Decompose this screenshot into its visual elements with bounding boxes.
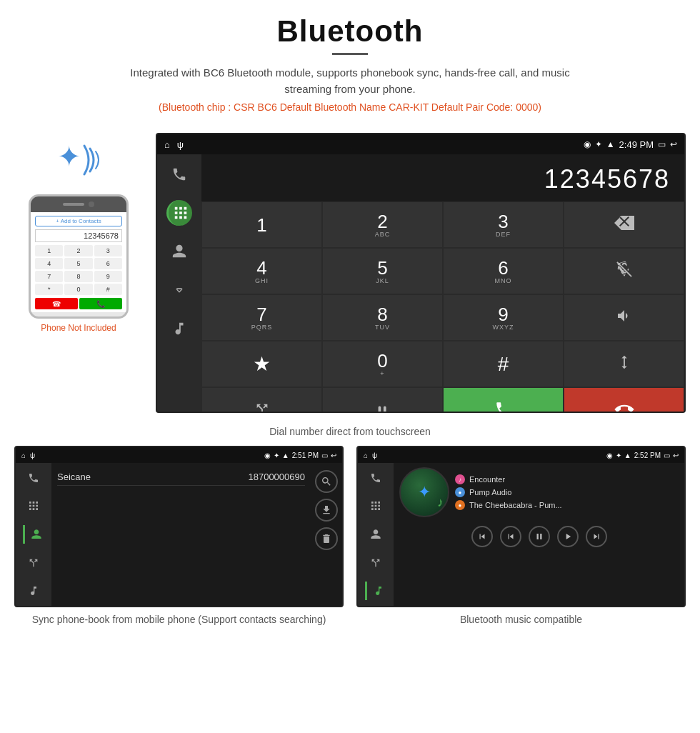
key-3[interactable]: 3 DEF bbox=[443, 201, 564, 248]
pb-main: Seicane 18700000690 bbox=[51, 463, 311, 606]
pb-signal-icon: ▲ bbox=[282, 452, 289, 459]
key-merge[interactable] bbox=[201, 387, 322, 413]
bluetooth-symbol-icon: ✦ bbox=[57, 140, 81, 173]
key-7[interactable]: 7 PQRS bbox=[201, 294, 322, 341]
contact-name: Seicane bbox=[57, 472, 91, 482]
phone-key-0[interactable]: 0 bbox=[64, 284, 92, 295]
phone-key-7[interactable]: 7 bbox=[35, 271, 63, 282]
key-volume[interactable] bbox=[564, 294, 684, 341]
sidebar-phone-icon[interactable] bbox=[166, 161, 192, 187]
phone-key-9[interactable]: 9 bbox=[94, 271, 122, 282]
key-hash[interactable]: # bbox=[443, 341, 564, 387]
delete-button[interactable] bbox=[315, 527, 338, 550]
ms-status-left: ⌂ ψ bbox=[364, 452, 377, 459]
ms-sidebar-contacts[interactable] bbox=[365, 525, 386, 544]
key-star[interactable]: ★ bbox=[201, 341, 322, 387]
phonebook-item: ⌂ ψ ◉ ✦ ▲ 2:51 PM ▭ ↩ bbox=[14, 446, 344, 627]
phone-call-button[interactable]: 📞 bbox=[79, 298, 122, 309]
key-4[interactable]: 4 GHI bbox=[201, 248, 322, 294]
home-icon[interactable]: ⌂ bbox=[164, 139, 170, 150]
key-backspace[interactable] bbox=[564, 201, 684, 248]
key-6[interactable]: 6 MNO bbox=[443, 248, 564, 294]
phone-key-hash[interactable]: # bbox=[94, 284, 122, 295]
music-screen: ⌂ ψ ◉ ✦ ▲ 2:52 PM ▭ ↩ bbox=[356, 446, 686, 607]
music-controls bbox=[399, 522, 679, 549]
pb-sidebar-music[interactable] bbox=[23, 582, 44, 600]
phone-end-button[interactable]: ☎ bbox=[35, 298, 78, 309]
pb-back-icon[interactable]: ↩ bbox=[331, 452, 336, 459]
pause-button[interactable] bbox=[529, 526, 550, 547]
pb-sidebar bbox=[16, 463, 51, 606]
phone-key-star[interactable]: * bbox=[35, 284, 63, 295]
track-1[interactable]: ♪ Encounter bbox=[455, 474, 679, 484]
battery-icon: ▭ bbox=[658, 139, 666, 149]
track-2[interactable]: ● Pump Audio bbox=[455, 487, 679, 497]
phone-key-5[interactable]: 5 bbox=[64, 258, 92, 269]
key-sort[interactable] bbox=[564, 341, 684, 387]
next-track-button[interactable] bbox=[586, 526, 607, 547]
ms-sidebar-keypad[interactable] bbox=[365, 497, 386, 516]
contacts-list-empty bbox=[57, 486, 305, 600]
pb-sidebar-keypad[interactable] bbox=[23, 497, 44, 516]
download-button[interactable] bbox=[315, 499, 338, 522]
key-0[interactable]: 0 + bbox=[322, 341, 443, 387]
track-name-3: The Cheebacabra - Pum... bbox=[469, 501, 562, 509]
key-9[interactable]: 9 WXYZ bbox=[443, 294, 564, 341]
ms-usb-icon: ψ bbox=[372, 452, 377, 459]
phone-key-8[interactable]: 8 bbox=[64, 271, 92, 282]
pb-bt-icon: ✦ bbox=[274, 452, 279, 459]
ms-home-icon[interactable]: ⌂ bbox=[364, 452, 368, 459]
pb-status-right: ◉ ✦ ▲ 2:51 PM ▭ ↩ bbox=[264, 452, 336, 459]
status-bar-right: ◉ ✦ ▲ 2:49 PM ▭ ↩ bbox=[584, 139, 677, 150]
music-disc: ✦ ♪ bbox=[399, 467, 449, 517]
phone-speaker bbox=[63, 203, 84, 206]
sidebar-music-icon[interactable] bbox=[166, 316, 192, 341]
pb-sidebar-transfer[interactable] bbox=[23, 554, 44, 572]
phone-key-1[interactable]: 1 bbox=[35, 245, 63, 256]
phone-number-display: 12345678 bbox=[35, 229, 122, 242]
sidebar-contacts-icon[interactable] bbox=[166, 239, 192, 264]
key-1[interactable]: 1 bbox=[201, 201, 322, 248]
phone-key-2[interactable]: 2 bbox=[64, 245, 92, 256]
phone-container: ✦ + Add to Contacts 12345678 1 2 bbox=[14, 133, 143, 333]
pb-time: 2:51 PM bbox=[292, 452, 319, 459]
pb-dialer-body: Seicane 18700000690 bbox=[16, 463, 342, 606]
phonebook-screen: ⌂ ψ ◉ ✦ ▲ 2:51 PM ▭ ↩ bbox=[14, 446, 344, 607]
play-button[interactable] bbox=[557, 526, 579, 547]
prev-track-button[interactable] bbox=[471, 526, 493, 547]
ms-sidebar-transfer[interactable] bbox=[365, 554, 386, 572]
key-mute[interactable] bbox=[564, 248, 684, 294]
key-8[interactable]: 8 TUV bbox=[322, 294, 443, 341]
ms-sidebar-music[interactable] bbox=[365, 582, 386, 600]
phone-key-4[interactable]: 4 bbox=[35, 258, 63, 269]
dial-caption: Dial number direct from touchscreen bbox=[0, 420, 700, 446]
status-time: 2:49 PM bbox=[619, 139, 654, 150]
key-2[interactable]: 2 ABC bbox=[322, 201, 443, 248]
skip-back-button[interactable] bbox=[500, 526, 521, 547]
pb-sidebar-phone[interactable] bbox=[23, 469, 44, 487]
track-name-1: Encounter bbox=[469, 475, 505, 484]
ms-sidebar-phone[interactable] bbox=[365, 469, 386, 487]
back-icon[interactable]: ↩ bbox=[670, 139, 677, 149]
phone-key-3[interactable]: 3 bbox=[94, 245, 122, 256]
ms-back-icon[interactable]: ↩ bbox=[673, 452, 679, 459]
track-3[interactable]: ● The Cheebacabra - Pum... bbox=[455, 500, 679, 510]
sidebar-transfer-icon[interactable] bbox=[166, 277, 192, 303]
ms-location-icon: ◉ bbox=[606, 452, 613, 459]
page-header: Bluetooth Integrated with BC6 Bluetooth … bbox=[0, 0, 700, 133]
key-hold[interactable] bbox=[322, 387, 443, 413]
phone-camera-icon bbox=[89, 201, 94, 207]
key-end-call[interactable] bbox=[564, 387, 684, 413]
pb-location-icon: ◉ bbox=[264, 452, 271, 459]
track-dot-2: ● bbox=[455, 487, 465, 497]
key-call[interactable] bbox=[443, 387, 564, 413]
pb-sidebar-contacts[interactable] bbox=[23, 525, 44, 544]
search-button[interactable] bbox=[315, 470, 338, 493]
phone-key-6[interactable]: 6 bbox=[94, 258, 122, 269]
status-bar-left: ⌂ ψ bbox=[164, 139, 184, 150]
key-5[interactable]: 5 JKL bbox=[322, 248, 443, 294]
phone-mock: + Add to Contacts 12345678 1 2 3 4 5 6 7… bbox=[29, 194, 129, 319]
pb-home-icon[interactable]: ⌂ bbox=[21, 452, 26, 459]
sidebar-keypad-icon[interactable] bbox=[166, 200, 192, 226]
add-contacts-label[interactable]: + Add to Contacts bbox=[35, 216, 122, 226]
